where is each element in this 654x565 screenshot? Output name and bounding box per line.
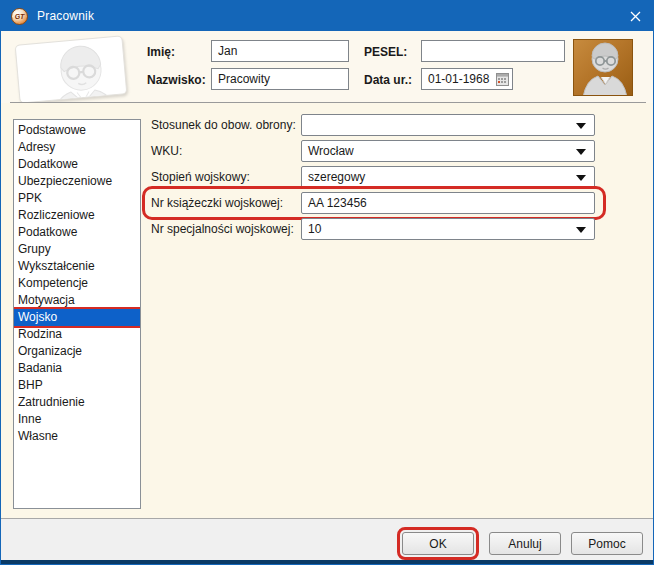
- imie-value: Jan: [218, 44, 237, 58]
- sidebar-item-wojsko[interactable]: Wojsko: [14, 309, 140, 326]
- sidebar-item-motywacja[interactable]: Motywacja: [14, 292, 140, 309]
- sidebar-item-ppk[interactable]: PPK: [14, 190, 140, 207]
- chevron-down-icon[interactable]: [576, 227, 586, 233]
- sidebar-item-kompetencje[interactable]: Kompetencje: [14, 275, 140, 292]
- form-row-value: Wrocław: [308, 144, 354, 158]
- footer-button-pomoc[interactable]: Pomoc: [571, 532, 643, 555]
- form-row-field[interactable]: [301, 114, 595, 136]
- sidebar-item-ubezpieczeniowe[interactable]: Ubezpieczeniowe: [14, 173, 140, 190]
- footer-button-ok[interactable]: OK: [402, 532, 474, 555]
- form-row-label: Stosunek do obow. obrony:: [151, 118, 301, 132]
- data-ur-label: Data ur.:: [364, 73, 412, 87]
- form-row-stopiewojskowy: Stopień wojskowy: szeregowy: [151, 166, 595, 188]
- pesel-label: PESEL:: [364, 45, 407, 59]
- sidebar-item-podstawowe[interactable]: Podstawowe: [14, 122, 140, 139]
- form-row-label: WKU:: [151, 144, 301, 158]
- imie-input[interactable]: Jan: [211, 40, 349, 62]
- form-row-stosunekdoobowobrony: Stosunek do obow. obrony:: [151, 114, 595, 136]
- form-row-field[interactable]: szeregowy: [301, 166, 595, 188]
- data-ur-input[interactable]: 01-01-1968: [421, 68, 513, 90]
- sidebar-item-wasne[interactable]: Własne: [14, 428, 140, 445]
- close-icon: [630, 11, 641, 22]
- calendar-icon[interactable]: [496, 73, 509, 89]
- form-row-field[interactable]: AA 123456: [301, 192, 595, 214]
- title-bar[interactable]: GT Pracownik: [1, 1, 653, 31]
- nazwisko-label: Nazwisko:: [147, 73, 206, 87]
- id-card-graphic: [15, 35, 128, 103]
- nazwisko-input[interactable]: Pracowity: [211, 68, 349, 90]
- imie-label: Imię:: [147, 45, 175, 59]
- sidebar-item-inne[interactable]: Inne: [14, 411, 140, 428]
- form-row-wku: WKU: Wrocław: [151, 140, 595, 162]
- pesel-input[interactable]: [421, 40, 565, 62]
- nazwisko-value: Pracowity: [218, 72, 270, 86]
- sidebar-item-rodzina[interactable]: Rodzina: [14, 326, 140, 343]
- category-list: Podstawowe Adresy Dodatkowe Ubezpieczeni…: [13, 119, 141, 509]
- main-panel: Podstawowe Adresy Dodatkowe Ubezpieczeni…: [1, 103, 653, 519]
- form-row-nrksieczkiwojskowej: Nr książeczki wojskowej: AA 123456: [151, 192, 595, 214]
- sidebar-item-podatkowe[interactable]: Podatkowe: [14, 224, 140, 241]
- footer-bar: OK Anuluj Pomoc: [1, 518, 653, 562]
- chevron-down-icon[interactable]: [576, 175, 586, 181]
- pracownik-dialog: GT Pracownik Imię: Jan N: [0, 0, 654, 565]
- form-row-value: szeregowy: [308, 170, 365, 184]
- app-gt-icon-text: GT: [15, 13, 25, 20]
- sidebar-item-grupy[interactable]: Grupy: [14, 241, 140, 258]
- sidebar-item-dodatkowe[interactable]: Dodatkowe: [14, 156, 140, 173]
- footer-button-anuluj[interactable]: Anuluj: [489, 532, 561, 555]
- form-row-label: Stopień wojskowy:: [151, 170, 301, 184]
- id-card-watermark-person-icon: [24, 37, 128, 103]
- sidebar-item-organizacje[interactable]: Organizacje: [14, 343, 140, 360]
- employee-photo-person-icon: [574, 40, 633, 96]
- sidebar-item-bhp[interactable]: BHP: [14, 377, 140, 394]
- employee-photo[interactable]: [573, 39, 633, 96]
- chevron-down-icon[interactable]: [576, 149, 586, 155]
- header-panel: Imię: Jan Nazwisko: Pracowity PESEL: Dat…: [1, 31, 653, 103]
- wojsko-form: Stosunek do obow. obrony: WKU: Wrocław: [151, 114, 595, 244]
- close-button[interactable]: [617, 1, 653, 31]
- form-row-field[interactable]: Wrocław: [301, 140, 595, 162]
- window-title: Pracownik: [37, 9, 94, 23]
- sidebar-item-badania[interactable]: Badania: [14, 360, 140, 377]
- sidebar-item-wyksztacenie[interactable]: Wykształcenie: [14, 258, 140, 275]
- data-ur-value: 01-01-1968: [428, 72, 489, 86]
- sidebar-item-rozliczeniowe[interactable]: Rozliczeniowe: [14, 207, 140, 224]
- chevron-down-icon[interactable]: [576, 123, 586, 129]
- app-gt-icon: GT: [11, 8, 28, 25]
- window-bottom-edge: [1, 560, 653, 564]
- form-row-nrspecjalnociwojskowej: Nr specjalności wojskowej: 10: [151, 218, 595, 240]
- form-row-value: 10: [308, 222, 321, 236]
- sidebar-item-adresy[interactable]: Adresy: [14, 139, 140, 156]
- form-row-value: AA 123456: [308, 196, 367, 210]
- form-row-label: Nr specjalności wojskowej:: [151, 222, 301, 236]
- sidebar-item-zatrudnienie[interactable]: Zatrudnienie: [14, 394, 140, 411]
- form-row-field[interactable]: 10: [301, 218, 595, 240]
- form-row-label: Nr książeczki wojskowej:: [151, 196, 301, 210]
